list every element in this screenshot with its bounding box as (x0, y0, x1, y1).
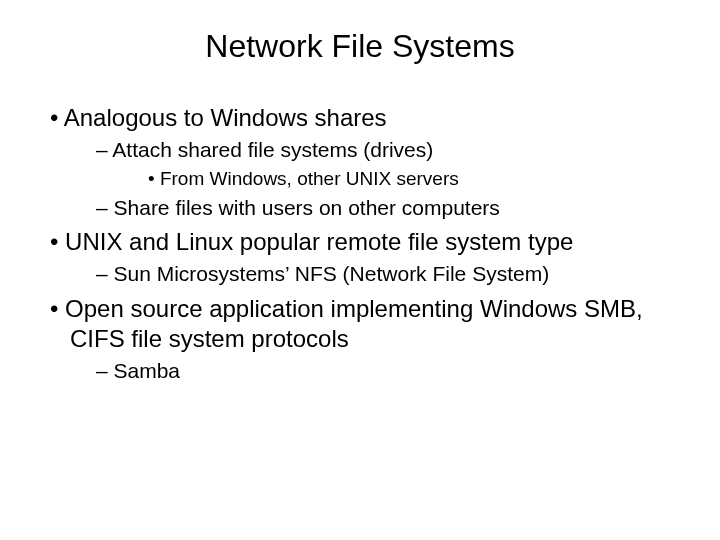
bullet-level1: UNIX and Linux popular remote file syste… (20, 227, 720, 257)
bullet-level2: Share files with users on other computer… (18, 195, 720, 221)
bullet-level2: Attach shared file systems (drives) (18, 137, 720, 163)
bullet-level2: Samba (18, 358, 720, 384)
slide-body: Analogous to Windows shares Attach share… (0, 103, 720, 384)
slide-title: Network File Systems (0, 0, 720, 97)
bullet-level1: Analogous to Windows shares (20, 103, 720, 133)
bullet-level3: From Windows, other UNIX servers (14, 167, 720, 191)
bullet-level1: Open source application implementing Win… (20, 294, 720, 354)
slide: Network File Systems Analogous to Window… (0, 0, 720, 540)
bullet-level2: Sun Microsystems’ NFS (Network File Syst… (18, 261, 720, 287)
